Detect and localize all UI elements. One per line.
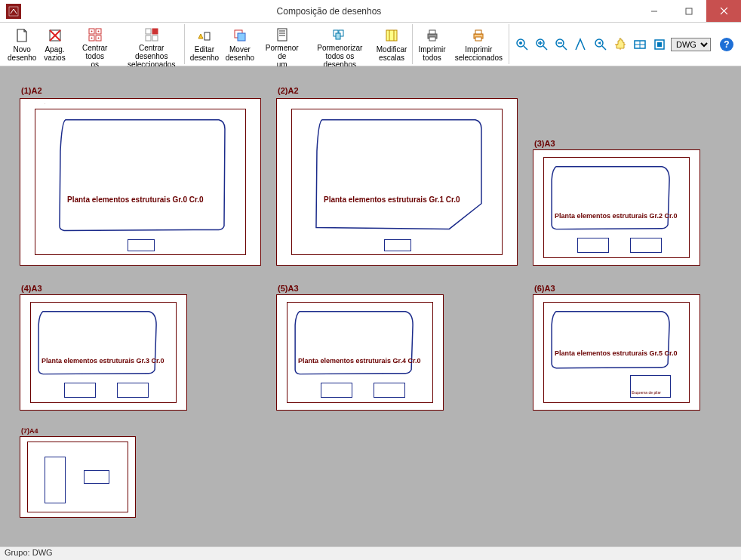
title-block (117, 383, 149, 398)
sheet-label: (1)A2 (21, 86, 42, 95)
title-block (321, 383, 352, 398)
sheet-label: (5)A3 (278, 284, 299, 293)
title-block (128, 239, 155, 251)
svg-point-14 (91, 38, 92, 39)
zoom-window-button[interactable] (573, 36, 589, 53)
btn-label: Centrar desenhos seleccionados (125, 44, 178, 69)
imprimir-todos-button[interactable]: Imprimir todos (414, 24, 450, 64)
title-block (374, 383, 405, 398)
edit-drawing-icon (196, 27, 213, 44)
app-icon (6, 4, 21, 19)
svg-point-41 (519, 42, 522, 45)
print-selected-icon (470, 27, 487, 44)
sheet-label: (7)A4 (21, 427, 38, 435)
close-button[interactable] (706, 0, 741, 22)
window-title: Composição de desenhos (21, 6, 637, 17)
delete-empty-icon (47, 27, 63, 44)
svg-rect-55 (657, 42, 662, 47)
sheet-label: (3)A3 (534, 139, 555, 148)
btn-label: Apag. vazios (44, 45, 65, 62)
redraw-button[interactable] (651, 36, 668, 53)
novo-desenho-button[interactable]: Novo desenho (5, 24, 40, 64)
plan-outline (277, 295, 443, 410)
window-controls (637, 0, 741, 22)
svg-rect-37 (475, 30, 481, 34)
help-button[interactable]: ? (720, 38, 733, 51)
sheet-7[interactable] (20, 436, 136, 518)
sheet-label: (4)A3 (21, 284, 42, 293)
plan-caption: Planta elementos estruturais Gr.0 Cr.0 (67, 195, 204, 204)
svg-rect-34 (429, 30, 435, 34)
sheet-4[interactable]: Planta elementos estruturais Gr.3 Cr.0 (20, 294, 187, 411)
btn-label: Pormenorizar todos os desenhos (311, 44, 369, 69)
pillar-schema-label: Esquema de pilar (632, 390, 661, 395)
drawing-canvas[interactable]: (1)A2 · Planta elementos estruturais Gr.… (0, 66, 741, 546)
btn-label: Novo desenho (8, 45, 36, 62)
zoom-out-button[interactable] (553, 36, 570, 53)
centrar-todos-button[interactable]: Centrar todos os desenhos (70, 24, 120, 64)
plan-caption: Planta elementos estruturais Gr.1 Cr.0 (324, 195, 460, 204)
format-select[interactable]: DWG (671, 38, 711, 51)
sheet-3[interactable]: Planta elementos estruturais Gr.2 Cr.0 (533, 149, 700, 266)
statusbar: Grupo: DWG (0, 546, 741, 560)
svg-line-47 (563, 46, 567, 50)
detail-one-icon (274, 27, 291, 42)
svg-rect-29 (336, 33, 340, 39)
toolbar: Novo desenho Apag. vazios Centrar todos … (0, 23, 741, 66)
svg-rect-23 (278, 29, 287, 41)
svg-rect-17 (152, 29, 158, 34)
sheet-6[interactable]: Planta elementos estruturais Gr.5 Cr.0 E… (533, 294, 700, 411)
minimize-button[interactable] (637, 0, 672, 22)
svg-rect-16 (146, 29, 151, 34)
svg-rect-20 (204, 32, 210, 40)
zoom-in-button[interactable] (533, 36, 550, 53)
block-a (45, 457, 66, 503)
title-block (630, 238, 662, 253)
center-all-icon (87, 27, 103, 42)
svg-line-40 (524, 46, 527, 50)
plan-outline (20, 295, 186, 410)
apagar-vazios-button[interactable]: Apag. vazios (40, 24, 70, 64)
modify-scales-icon (383, 27, 400, 44)
pormenorizar-todos-button[interactable]: Pormenorizar todos os desenhos (306, 24, 374, 64)
plan-outline (533, 150, 699, 265)
detail-all-icon (331, 27, 348, 42)
svg-point-13 (97, 31, 99, 32)
sheet-2[interactable]: Planta elementos estruturais Gr.1 Cr.0 (276, 98, 518, 266)
print-all-icon (424, 27, 441, 44)
sheet-border (27, 442, 128, 512)
plan-caption: Planta elementos estruturais Gr.4 Cr.0 (298, 357, 421, 365)
svg-rect-0 (9, 7, 18, 16)
zoom-find-button[interactable] (514, 36, 530, 53)
new-document-icon (14, 27, 30, 44)
btn-label: Imprimir seleccionados (455, 45, 503, 62)
imprimir-seleccionados-button[interactable]: Imprimir seleccionados (450, 24, 507, 64)
pormenor-um-button[interactable]: Pormenor de um desenho (257, 24, 306, 64)
svg-rect-35 (429, 37, 435, 41)
btn-label: Imprimir todos (419, 45, 446, 62)
pan-button[interactable] (612, 36, 629, 53)
svg-rect-22 (238, 33, 245, 41)
title-block (384, 239, 411, 251)
centrar-seleccionados-button[interactable]: Centrar desenhos seleccionados (120, 24, 183, 64)
sheet-5[interactable]: Planta elementos estruturais Gr.4 Cr.0 (276, 294, 444, 411)
editar-desenho-button[interactable]: Editar desenho (186, 24, 222, 64)
plan-caption: Planta elementos estruturais Gr.3 Cr.0 (42, 357, 164, 365)
svg-rect-38 (475, 37, 481, 41)
btn-label: Editar desenho (190, 45, 219, 62)
btn-label: Mover desenho (226, 45, 254, 62)
sheet-1[interactable]: · Planta elementos estruturais Gr.0 Cr.0 (20, 98, 261, 266)
svg-point-15 (97, 38, 99, 39)
zoom-previous-button[interactable] (592, 36, 609, 53)
svg-rect-30 (386, 30, 397, 41)
modificar-escalas-button[interactable]: Modificar escalas (374, 24, 410, 64)
plan-caption: Planta elementos estruturais Gr.2 Cr.0 (555, 212, 678, 220)
titlebar: Composição de desenhos (0, 0, 741, 23)
mover-desenho-button[interactable]: Mover desenho (222, 24, 257, 64)
zoom-extents-button[interactable] (632, 36, 648, 53)
title-block (64, 383, 96, 398)
maximize-button[interactable] (672, 0, 706, 22)
center-selected-icon (143, 27, 160, 42)
svg-line-50 (602, 46, 606, 50)
plan-caption: Planta elementos estruturais Gr.5 Cr.0 (555, 349, 678, 357)
